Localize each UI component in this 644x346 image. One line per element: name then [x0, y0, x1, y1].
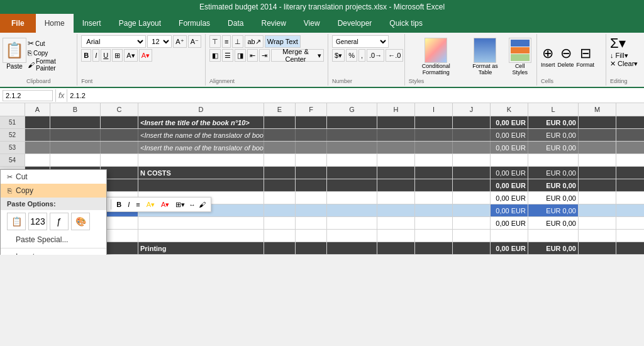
cell-54-f[interactable] [296, 154, 327, 166]
cell-58-j[interactable] [453, 204, 491, 216]
cell-51-i[interactable] [415, 116, 453, 128]
cell-52-m[interactable] [579, 129, 616, 141]
comma-button[interactable]: , [358, 49, 365, 62]
table-row[interactable]: 54 [0, 154, 644, 167]
cell-51-k[interactable]: 0,00 EUR [491, 116, 528, 128]
cell-57-e[interactable] [264, 192, 296, 204]
cell-61-j[interactable] [453, 242, 491, 254]
cell-51-g[interactable] [327, 116, 377, 128]
tab-view[interactable]: View [295, 14, 329, 33]
cell-51-d[interactable]: <Insert the title of the book n°10> [138, 116, 264, 128]
mini-highlight-button[interactable]: A▾ [144, 199, 157, 210]
cell-54-l[interactable] [528, 154, 579, 166]
tab-quick-tips[interactable]: Quick tips [380, 14, 431, 33]
merge-center-button[interactable]: Merge & Center▾ [271, 49, 324, 62]
cell-51-e[interactable] [264, 116, 296, 128]
tab-formulas[interactable]: Formulas [170, 14, 219, 33]
mini-bold-button[interactable]: B [114, 199, 124, 210]
paste-button[interactable]: 📋 Paste [3, 38, 26, 70]
mini-italic-button[interactable]: I [125, 199, 132, 210]
cell-53-l[interactable]: EUR 0,00 [528, 142, 579, 153]
cell-57-m[interactable] [579, 192, 616, 204]
fill-button[interactable]: ↓ Fill▾ [610, 52, 640, 60]
col-header-m[interactable]: M [579, 103, 616, 116]
cell-55-d[interactable]: N COSTS [138, 167, 264, 179]
cell-60-k[interactable] [491, 230, 528, 242]
cell-53-h[interactable] [377, 142, 415, 153]
cell-57-f[interactable] [296, 192, 327, 204]
cell-60-l[interactable] [528, 230, 579, 242]
tab-developer[interactable]: Developer [329, 14, 381, 33]
cell-52-g[interactable] [327, 129, 377, 141]
cell-53-k[interactable]: 0,00 EUR [491, 142, 528, 153]
cell-54-i[interactable] [415, 154, 453, 166]
cell-53-m[interactable] [579, 142, 616, 153]
cell-52-c[interactable] [101, 129, 138, 141]
cell-51-j[interactable] [453, 116, 491, 128]
cell-51-a[interactable] [25, 116, 50, 128]
insert-cells-button[interactable]: ⊕ Insert [541, 45, 555, 68]
cell-54-j[interactable] [453, 154, 491, 166]
col-header-g[interactable]: G [327, 103, 377, 116]
paste-icon-clipboard[interactable]: 📋 [7, 213, 26, 230]
cell-54-a[interactable] [25, 154, 50, 166]
cell-56-l[interactable]: EUR 0,00 [528, 179, 579, 191]
col-header-l[interactable]: L [528, 103, 579, 116]
cell-52-j[interactable] [453, 129, 491, 141]
cell-58-h[interactable] [377, 204, 415, 216]
cell-51-m[interactable] [579, 116, 616, 128]
cell-58-g[interactable] [327, 204, 377, 216]
increase-indent-button[interactable]: ⇥ [259, 49, 270, 62]
col-header-c[interactable]: C [101, 103, 138, 116]
cell-56-g[interactable] [327, 179, 377, 191]
col-header-h[interactable]: H [377, 103, 415, 116]
cell-55-f[interactable] [296, 167, 327, 179]
cell-57-k[interactable]: 0,00 EUR [491, 192, 528, 204]
cell-60-h[interactable] [377, 230, 415, 242]
cell-53-g[interactable] [327, 142, 377, 153]
border-button[interactable]: ⊞ [112, 49, 123, 62]
cell-57-l[interactable]: EUR 0,00 [528, 192, 579, 204]
cut-button[interactable]: ✂ Cut [28, 39, 74, 48]
cell-55-i[interactable] [415, 167, 453, 179]
cell-58-e[interactable] [264, 204, 296, 216]
cell-59-k[interactable]: 0,00 EUR [491, 217, 528, 229]
cell-52-b[interactable] [50, 129, 101, 141]
cell-56-f[interactable] [296, 179, 327, 191]
font-size-select[interactable]: 12 [147, 35, 172, 48]
cell-styles-button[interactable]: Cell Styles [507, 38, 533, 75]
cell-59-e[interactable] [264, 217, 296, 229]
col-header-i[interactable]: I [415, 103, 453, 116]
mini-border-button[interactable]: ⊞▾ [173, 199, 187, 210]
font-color-button[interactable]: A▾ [139, 49, 152, 62]
cell-54-m[interactable] [579, 154, 616, 166]
cell-54-k[interactable] [491, 154, 528, 166]
cell-58-l[interactable]: EUR 0,00 [528, 204, 579, 216]
cell-58-k[interactable]: 0,00 EUR [491, 204, 528, 216]
tab-data[interactable]: Data [219, 14, 252, 33]
cell-52-a[interactable] [25, 129, 50, 141]
ctx-paste-special[interactable]: Paste Special... [1, 233, 106, 247]
delete-cells-button[interactable]: ⊖ Delete [558, 45, 574, 68]
tab-insert[interactable]: Insert [74, 14, 110, 33]
decrease-indent-button[interactable]: ⇤ [247, 49, 258, 62]
bold-button[interactable]: B [81, 49, 91, 62]
cell-57-i[interactable] [415, 192, 453, 204]
cell-54-c[interactable] [101, 154, 138, 166]
table-row[interactable]: 53 <Insert the name of the translator of… [0, 142, 644, 154]
cell-51-f[interactable] [296, 116, 327, 128]
col-header-e[interactable]: E [264, 103, 296, 116]
decrease-font-size-button[interactable]: A⁻ [188, 35, 201, 48]
cell-59-i[interactable] [415, 217, 453, 229]
mini-font-color-button[interactable]: A▾ [158, 199, 172, 210]
col-header-j[interactable]: J [453, 103, 491, 116]
cell-55-h[interactable] [377, 167, 415, 179]
cell-54-h[interactable] [377, 154, 415, 166]
cell-59-j[interactable] [453, 217, 491, 229]
cell-61-h[interactable] [377, 242, 415, 254]
cell-55-m[interactable] [579, 167, 616, 179]
cell-52-h[interactable] [377, 129, 415, 141]
table-row[interactable]: 51 <Insert the title of the book n°10> 0… [0, 116, 644, 129]
cell-59-l[interactable]: EUR 0,00 [528, 217, 579, 229]
conditional-formatting-button[interactable]: Conditional Formatting [409, 38, 464, 75]
